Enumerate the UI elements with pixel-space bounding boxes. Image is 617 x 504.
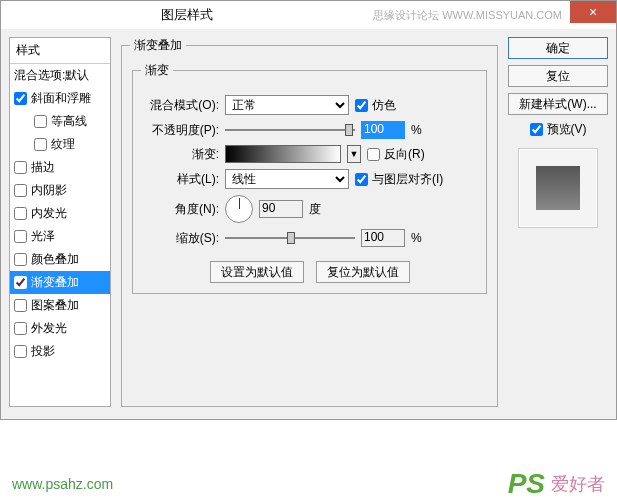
style-item-label: 图案叠加 — [31, 297, 79, 314]
style-item-label: 描边 — [31, 159, 55, 176]
style-item-2[interactable]: 纹理 — [10, 133, 110, 156]
style-item-label: 纹理 — [51, 136, 75, 153]
style-item-7[interactable]: 颜色叠加 — [10, 248, 110, 271]
style-select[interactable]: 线性 — [225, 169, 349, 189]
scale-unit: % — [411, 231, 422, 245]
reverse-checkbox[interactable]: 反向(R) — [367, 146, 425, 163]
set-default-button[interactable]: 设置为默认值 — [210, 261, 304, 283]
style-item-label: 内阴影 — [31, 182, 67, 199]
blend-options-label: 混合选项:默认 — [14, 67, 89, 84]
close-button[interactable]: × — [570, 1, 616, 23]
dither-input[interactable] — [355, 99, 368, 112]
footer-logo: PS 爱好者 — [508, 468, 605, 500]
style-item-checkbox[interactable] — [14, 345, 27, 358]
opacity-label: 不透明度(P): — [141, 122, 219, 139]
style-item-label: 颜色叠加 — [31, 251, 79, 268]
style-item-checkbox[interactable] — [34, 115, 47, 128]
style-item-8[interactable]: 渐变叠加 — [10, 271, 110, 294]
style-item-label: 内发光 — [31, 205, 67, 222]
style-label: 样式(L): — [141, 171, 219, 188]
new-style-button[interactable]: 新建样式(W)... — [508, 93, 608, 115]
gradient-label: 渐变: — [141, 146, 219, 163]
gradient-swatch[interactable] — [225, 145, 341, 163]
style-item-checkbox[interactable] — [14, 161, 27, 174]
style-item-6[interactable]: 光泽 — [10, 225, 110, 248]
scale-field[interactable]: 100 — [361, 229, 405, 247]
angle-label: 角度(N): — [141, 201, 219, 218]
style-item-checkbox[interactable] — [14, 299, 27, 312]
blend-mode-label: 混合模式(O): — [141, 97, 219, 114]
style-item-0[interactable]: 斜面和浮雕 — [10, 87, 110, 110]
scale-label: 缩放(S): — [141, 230, 219, 247]
style-item-4[interactable]: 内阴影 — [10, 179, 110, 202]
opacity-slider[interactable] — [225, 122, 355, 138]
align-layer-checkbox[interactable]: 与图层对齐(I) — [355, 171, 443, 188]
gradient-legend: 渐变 — [141, 62, 173, 79]
style-item-label: 光泽 — [31, 228, 55, 245]
blend-mode-select[interactable]: 正常 — [225, 95, 349, 115]
watermark-text: 思缘设计论坛 WWW.MISSYUAN.COM — [373, 8, 562, 23]
style-item-checkbox[interactable] — [14, 322, 27, 335]
dither-checkbox[interactable]: 仿色 — [355, 97, 396, 114]
style-item-3[interactable]: 描边 — [10, 156, 110, 179]
style-item-checkbox[interactable] — [14, 184, 27, 197]
style-item-5[interactable]: 内发光 — [10, 202, 110, 225]
angle-unit: 度 — [309, 201, 321, 218]
footer-url: www.psahz.com — [12, 476, 113, 492]
ok-button[interactable]: 确定 — [508, 37, 608, 59]
style-item-checkbox[interactable] — [34, 138, 47, 151]
settings-column: 渐变叠加 渐变 混合模式(O): 正常 仿色 不透明度(P): 100 % — [119, 37, 500, 411]
reverse-input[interactable] — [367, 148, 380, 161]
align-layer-input[interactable] — [355, 173, 368, 186]
footer: www.psahz.com PS 爱好者 — [0, 468, 617, 500]
action-column: 确定 复位 新建样式(W)... 预览(V) — [508, 37, 608, 411]
preview-box — [518, 148, 598, 228]
styles-list: 样式 混合选项:默认 斜面和浮雕等高线纹理描边内阴影内发光光泽颜色叠加渐变叠加图… — [9, 37, 111, 407]
style-item-checkbox[interactable] — [14, 253, 27, 266]
angle-field[interactable]: 90 — [259, 200, 303, 218]
titlebar: 图层样式 思缘设计论坛 WWW.MISSYUAN.COM × — [1, 1, 616, 29]
style-item-checkbox[interactable] — [14, 230, 27, 243]
style-item-label: 外发光 — [31, 320, 67, 337]
style-item-label: 投影 — [31, 343, 55, 360]
footer-ps: PS — [508, 468, 545, 500]
preview-swatch — [536, 166, 580, 210]
style-item-checkbox[interactable] — [14, 207, 27, 220]
gradient-overlay-group: 渐变叠加 渐变 混合模式(O): 正常 仿色 不透明度(P): 100 % — [121, 37, 498, 407]
style-item-10[interactable]: 外发光 — [10, 317, 110, 340]
reset-button[interactable]: 复位 — [508, 65, 608, 87]
angle-dial[interactable] — [225, 195, 253, 223]
gradient-group: 渐变 混合模式(O): 正常 仿色 不透明度(P): 100 % 渐变: — [132, 62, 487, 294]
opacity-unit: % — [411, 123, 422, 137]
gradient-overlay-legend: 渐变叠加 — [130, 37, 186, 54]
styles-header[interactable]: 样式 — [10, 38, 110, 64]
scale-slider[interactable] — [225, 230, 355, 246]
style-item-1[interactable]: 等高线 — [10, 110, 110, 133]
preview-input[interactable] — [530, 123, 543, 136]
blend-options-default[interactable]: 混合选项:默认 — [10, 64, 110, 87]
style-item-label: 斜面和浮雕 — [31, 90, 91, 107]
footer-cn: 爱好者 — [551, 472, 605, 496]
opacity-field[interactable]: 100 — [361, 121, 405, 139]
gradient-dropdown-icon[interactable]: ▼ — [347, 145, 361, 163]
dialog-title: 图层样式 — [1, 6, 373, 24]
style-item-label: 等高线 — [51, 113, 87, 130]
style-item-9[interactable]: 图案叠加 — [10, 294, 110, 317]
reset-default-button[interactable]: 复位为默认值 — [316, 261, 410, 283]
style-item-label: 渐变叠加 — [31, 274, 79, 291]
style-item-11[interactable]: 投影 — [10, 340, 110, 363]
preview-checkbox[interactable]: 预览(V) — [508, 121, 608, 138]
styles-list-column: 样式 混合选项:默认 斜面和浮雕等高线纹理描边内阴影内发光光泽颜色叠加渐变叠加图… — [9, 37, 111, 411]
layer-style-dialog: 图层样式 思缘设计论坛 WWW.MISSYUAN.COM × 样式 混合选项:默… — [0, 0, 617, 420]
style-item-checkbox[interactable] — [14, 92, 27, 105]
style-item-checkbox[interactable] — [14, 276, 27, 289]
